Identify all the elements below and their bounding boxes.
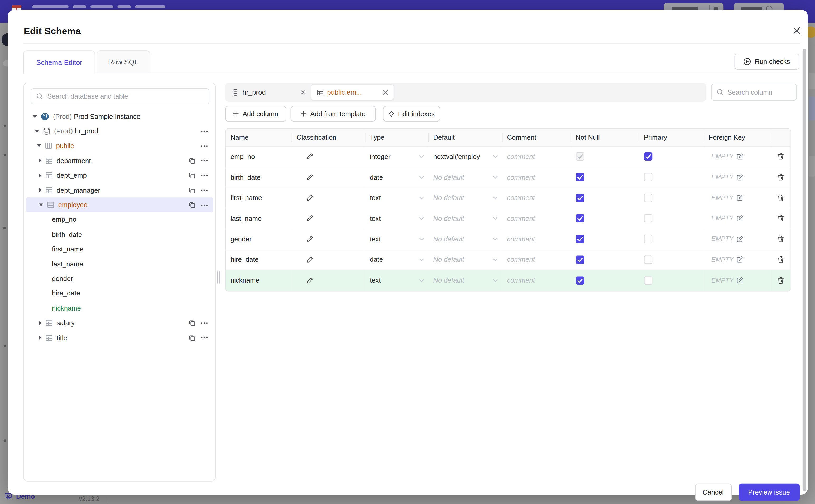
- caret-right-icon[interactable]: [39, 173, 42, 178]
- copy-icon[interactable]: [188, 157, 195, 164]
- edit-foreign-key-icon[interactable]: [737, 236, 744, 243]
- add-column-button[interactable]: Add column: [225, 106, 286, 122]
- column-name-cell[interactable]: emp_no: [225, 147, 291, 167]
- more-actions-icon[interactable]: [200, 145, 208, 147]
- tree-column-nickname[interactable]: nickname: [26, 301, 213, 316]
- more-actions-icon[interactable]: [200, 160, 208, 162]
- edit-indexes-button[interactable]: Edit indexes: [383, 106, 440, 122]
- edit-foreign-key-icon[interactable]: [737, 215, 744, 222]
- chevron-down-icon[interactable]: [419, 279, 424, 282]
- type-cell[interactable]: text: [364, 229, 428, 250]
- tab-schema-editor[interactable]: Schema Editor: [23, 50, 95, 74]
- tree-column-last-name[interactable]: last_name: [26, 256, 213, 271]
- caret-right-icon[interactable]: [39, 336, 42, 340]
- delete-column-icon[interactable]: [777, 215, 784, 222]
- column-name-cell[interactable]: first_name: [225, 188, 291, 208]
- not-null-checkbox[interactable]: [576, 152, 584, 161]
- primary-checkbox[interactable]: [644, 235, 652, 243]
- tree-column-emp-no[interactable]: emp_no: [26, 212, 213, 227]
- classification-cell[interactable]: [291, 250, 365, 270]
- type-cell[interactable]: text: [364, 208, 428, 229]
- default-cell[interactable]: No default: [428, 167, 502, 188]
- column-search-input[interactable]: [727, 88, 791, 96]
- not-null-checkbox[interactable]: [576, 194, 584, 202]
- classification-cell[interactable]: [291, 270, 365, 291]
- chevron-down-icon[interactable]: [419, 238, 424, 241]
- caret-down-icon[interactable]: [37, 145, 41, 147]
- chevron-down-icon[interactable]: [493, 258, 498, 261]
- classification-cell[interactable]: [291, 147, 365, 167]
- preview-issue-button[interactable]: Preview issue: [738, 484, 800, 501]
- not-null-checkbox[interactable]: [576, 214, 584, 223]
- tree-search-box[interactable]: [31, 88, 209, 104]
- column-name-cell[interactable]: last_name: [225, 208, 291, 229]
- chevron-down-icon[interactable]: [419, 176, 424, 179]
- more-actions-icon[interactable]: [200, 322, 208, 324]
- primary-checkbox[interactable]: [644, 194, 652, 202]
- classification-cell[interactable]: [291, 208, 365, 229]
- default-cell[interactable]: nextval('employ: [428, 147, 502, 167]
- tree-column-first-name[interactable]: first_name: [26, 242, 213, 256]
- column-name-cell[interactable]: nickname: [225, 270, 291, 291]
- column-name-cell[interactable]: birth_date: [225, 167, 291, 188]
- more-actions-icon[interactable]: [200, 337, 208, 339]
- edit-foreign-key-icon[interactable]: [737, 153, 744, 160]
- caret-right-icon[interactable]: [39, 188, 42, 192]
- pencil-icon[interactable]: [306, 173, 313, 181]
- classification-cell[interactable]: [291, 229, 365, 250]
- copy-icon[interactable]: [188, 187, 195, 194]
- classification-cell[interactable]: [291, 188, 365, 208]
- tree-item-table-title[interactable]: title: [26, 330, 213, 345]
- copy-icon[interactable]: [188, 202, 195, 209]
- caret-down-icon[interactable]: [33, 115, 37, 118]
- more-actions-icon[interactable]: [200, 175, 208, 177]
- type-cell[interactable]: date: [364, 167, 428, 188]
- primary-checkbox[interactable]: [644, 255, 652, 264]
- chevron-down-icon[interactable]: [419, 258, 424, 261]
- primary-checkbox[interactable]: [644, 173, 652, 181]
- tree-item-table-dept-emp[interactable]: dept_emp: [26, 168, 213, 183]
- delete-column-icon[interactable]: [777, 194, 784, 201]
- comment-cell[interactable]: comment: [502, 208, 571, 229]
- close-icon[interactable]: [790, 25, 803, 37]
- not-null-checkbox[interactable]: [576, 235, 584, 243]
- comment-cell[interactable]: comment: [502, 188, 571, 208]
- pencil-icon[interactable]: [306, 194, 313, 201]
- default-cell[interactable]: No default: [428, 188, 502, 208]
- tab-chip-hr-prod[interactable]: hr_prod: [226, 84, 310, 100]
- tab-raw-sql[interactable]: Raw SQL: [96, 50, 150, 73]
- run-checks-button[interactable]: Run checks: [734, 54, 799, 70]
- more-actions-icon[interactable]: [200, 189, 208, 191]
- comment-cell[interactable]: comment: [502, 250, 571, 270]
- not-null-checkbox[interactable]: [576, 255, 584, 264]
- tree-search-input[interactable]: [47, 93, 204, 100]
- add-from-template-button[interactable]: Add from template: [290, 106, 375, 122]
- primary-checkbox[interactable]: [644, 276, 652, 285]
- close-icon[interactable]: [300, 90, 305, 95]
- chevron-down-icon[interactable]: [419, 196, 424, 199]
- caret-right-icon[interactable]: [39, 159, 42, 163]
- primary-checkbox[interactable]: [644, 152, 652, 161]
- edit-foreign-key-icon[interactable]: [737, 277, 744, 284]
- tab-chip-public-employee[interactable]: public.em...: [310, 84, 393, 100]
- chevron-down-icon[interactable]: [493, 176, 498, 179]
- tree-item-database[interactable]: (Prod)hr_prod: [26, 124, 213, 139]
- comment-cell[interactable]: comment: [502, 147, 571, 167]
- delete-column-icon[interactable]: [777, 277, 784, 284]
- column-search-box[interactable]: [711, 84, 797, 101]
- column-name-cell[interactable]: gender: [225, 229, 291, 250]
- tree-column-birth-date[interactable]: birth_date: [26, 227, 213, 242]
- pencil-icon[interactable]: [306, 235, 313, 243]
- delete-column-icon[interactable]: [777, 173, 784, 181]
- caret-down-icon[interactable]: [39, 204, 43, 206]
- chevron-down-icon[interactable]: [493, 196, 498, 199]
- edit-foreign-key-icon[interactable]: [737, 194, 744, 201]
- default-cell[interactable]: No default: [428, 270, 502, 291]
- edit-foreign-key-icon[interactable]: [737, 174, 744, 181]
- chevron-down-icon[interactable]: [419, 155, 424, 158]
- tree-item-table-department[interactable]: department: [26, 153, 213, 168]
- chevron-down-icon[interactable]: [419, 217, 424, 220]
- not-null-checkbox[interactable]: [576, 173, 584, 181]
- close-icon[interactable]: [383, 90, 388, 95]
- chevron-down-icon[interactable]: [493, 155, 498, 158]
